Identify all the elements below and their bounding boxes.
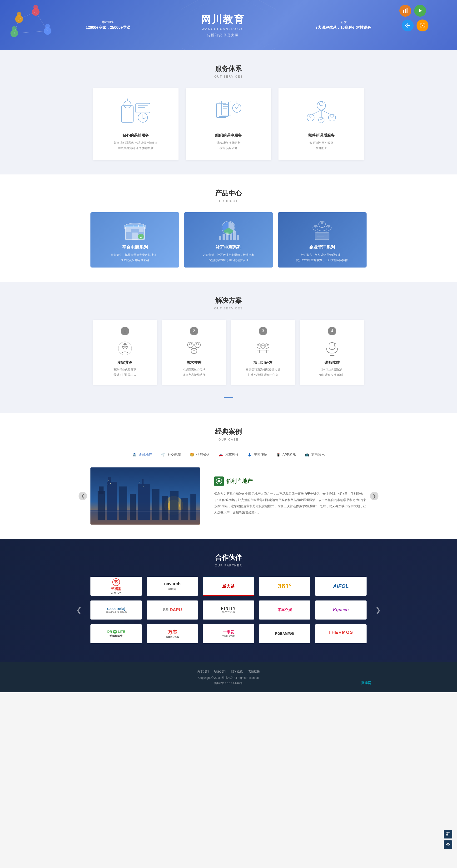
solution-1-desc: 整理行业优质商家最近并托推荐进去 — [98, 367, 152, 377]
hero-center: 网川教育 WANGCHUANJIAOYU 传播知识 传递力量 — [201, 13, 245, 37]
hero-icon-settings — [402, 20, 414, 31]
partner-thermos: THERMOS · — [315, 624, 367, 643]
svg-rect-109 — [138, 484, 150, 520]
service-card-1: 贴心的课前服务 顾问以问题需求 电话提供行情服务学员量身定制 课件 推荐更新 — [93, 88, 179, 160]
svg-rect-48 — [125, 225, 145, 227]
svg-rect-14 — [403, 10, 404, 12]
svg-rect-23 — [136, 103, 150, 113]
hero-left-stats: 累计服务 12000+商家，25000+学员 — [86, 20, 130, 30]
case-tab-auto-label: 汽车科技 — [225, 453, 239, 457]
partners-row-3: DR ♻ LITE 爱德华医生 万表 WBIAO.CN — [90, 624, 367, 643]
solutions-section: 解决方案 OUT SERVICES 1 — [0, 282, 457, 413]
svg-rect-106 — [108, 477, 111, 483]
services-grid: 贴心的课前服务 顾问以问题需求 电话提供行情服务学员量身定制 课件 推荐更新 — [90, 88, 367, 160]
svg-point-91 — [262, 344, 264, 346]
product-card-2[interactable]: 社群电商系列 内容营销、社区产业电商课程，帮助全家课堂的帮助推进到行的运营管理 — [184, 212, 273, 268]
case-tab-app[interactable]: 📱 APP游戏 — [275, 451, 297, 460]
svg-point-3 — [17, 12, 22, 17]
case-tab-food[interactable]: 🍔 快消餐饮 — [189, 451, 211, 460]
partners-prev-button[interactable]: ❮ — [76, 606, 82, 614]
product-2-desc: 内容营销、社区产业电商课程，帮助全家课堂的帮助推进到行的运营管理 — [189, 252, 268, 263]
solution-num-4: 4 — [328, 327, 336, 335]
svg-point-37 — [307, 114, 314, 121]
svg-line-12 — [36, 12, 48, 31]
solution-icon-4 — [324, 340, 340, 357]
solution-3-title: 项目组研发 — [236, 360, 291, 365]
svg-rect-70 — [315, 232, 329, 240]
service-card-2: 组织的课中服务 课程材数 实际更新视音乐员 讲师 — [186, 88, 271, 160]
case-tab-appliance[interactable]: 📺 家电通讯 — [304, 451, 326, 460]
hero-icon-chart — [399, 5, 411, 17]
service-3-title: 完善的课后服务 — [286, 133, 357, 138]
svg-rect-16 — [406, 8, 407, 12]
svg-rect-58 — [219, 236, 221, 240]
svg-line-11 — [14, 31, 48, 33]
partners-next-button[interactable]: ❯ — [375, 606, 381, 614]
hero-logo-slogan: 传播知识 传递力量 — [201, 33, 245, 37]
solution-3-desc: 集结天猫海淘相配资深人员打造"快资源"课程竞争力 — [236, 367, 291, 377]
solution-1-title: 卖家共创 — [98, 360, 152, 365]
svg-rect-117 — [110, 483, 111, 484]
case-tab-auto[interactable]: 🚗 汽车科技 — [218, 451, 239, 460]
footer-link-privacy[interactable]: 隐私政策 — [231, 670, 243, 673]
svg-rect-107 — [119, 487, 127, 520]
partner-361: 361° — [259, 577, 310, 596]
case-next-button[interactable]: ❯ — [370, 492, 378, 500]
product-card-1[interactable]: 平台电商系列 销售策划、拓展大量等大量数据演练、助力提高征用电商明确 — [90, 212, 179, 268]
svg-point-83 — [193, 348, 195, 351]
case-tab-finance[interactable]: 🏦 金融地产 — [131, 451, 153, 460]
partner-casabolaj: Casa Bölaj designed to dream — [90, 600, 142, 620]
footer-link-about[interactable]: 关于我们 — [197, 670, 209, 673]
solution-icon-2 — [186, 340, 202, 357]
beauty-icon: 👗 — [247, 453, 252, 457]
case-tab-social-label: 社交电商 — [167, 453, 181, 457]
partner-efuton: 艺 艺福堂 EFUTON — [90, 577, 142, 596]
case-prev-button[interactable]: ❮ — [79, 492, 87, 500]
hero-stat1-label: 累计服务 — [86, 20, 130, 24]
svg-point-81 — [196, 342, 199, 345]
svg-point-90 — [261, 344, 265, 348]
svg-point-89 — [266, 344, 268, 346]
svg-rect-115 — [190, 494, 196, 520]
svg-rect-108 — [130, 494, 136, 520]
hero-logo-subtitle: WANGCHUANJIAOYU — [201, 27, 245, 31]
products-grid: 平台电商系列 销售策划、拓展大量等大量数据演练、助力提高征用电商明确 — [90, 212, 367, 268]
solutions-grid: 1 卖家共创 整理行业优质商家最近并托推荐进去 — [90, 320, 367, 384]
service-2-title: 组织的课中服务 — [193, 133, 264, 138]
service-icon-1 — [114, 97, 157, 128]
case-tab-beauty[interactable]: 👗 美容服饰 — [247, 451, 268, 460]
products-title: 产品中心 PRODUCT — [90, 189, 367, 203]
appliance-icon: 📺 — [305, 453, 309, 457]
svg-point-21 — [124, 101, 131, 108]
service-3-desc: 数据智控 五小答疑社群配上 — [286, 141, 357, 151]
svg-point-65 — [321, 221, 324, 224]
footer: 关于我们 联系我们 隐私政策 友情链接 Copyright © 2016 网川教… — [0, 662, 457, 692]
partners-row-2: Casa Bölaj designed to dream 达热 DAPU FIN… — [90, 600, 367, 620]
product-1-title: 平台电商系列 — [95, 244, 175, 250]
solution-num-2: 2 — [190, 327, 198, 335]
svg-rect-110 — [142, 479, 144, 485]
solution-4-desc: 3次以上内部试讲保证课程实操落地性 — [305, 367, 359, 377]
service-icon-2 — [207, 97, 250, 128]
product-card-3[interactable]: 企业管理系列 组织型号、组织式组员管理整理、提升对的阵营竞争力，区别技能实际操作 — [278, 212, 367, 268]
partner-aifol: AiFOL — [315, 577, 367, 596]
footer-link-friends[interactable]: 友情链接 — [248, 670, 260, 673]
section-divider — [90, 394, 367, 399]
product-3-title: 企业管理系列 — [282, 244, 362, 250]
solution-icon-1 — [117, 340, 133, 357]
svg-rect-53 — [132, 232, 138, 240]
product-icon-1 — [123, 219, 147, 241]
svg-line-85 — [194, 348, 197, 348]
svg-line-41 — [313, 110, 321, 114]
case-tab-social[interactable]: 🛒 社交电商 — [160, 451, 182, 460]
footer-link-contact[interactable]: 联系我们 — [214, 670, 226, 673]
svg-rect-96 — [329, 342, 335, 350]
svg-point-79 — [189, 342, 192, 345]
partners-heading: 合作伙伴 — [90, 553, 367, 562]
footer-copyright: Copyright © 2016 网川教育 All Rights Reserve… — [90, 676, 367, 680]
svg-rect-59 — [222, 234, 225, 240]
case-logo-icon — [214, 476, 224, 486]
partner-dapu: 达热 DAPU — [147, 600, 198, 620]
partner-finity: FINITY NEW YORK — [203, 600, 254, 620]
svg-line-42 — [321, 110, 330, 114]
